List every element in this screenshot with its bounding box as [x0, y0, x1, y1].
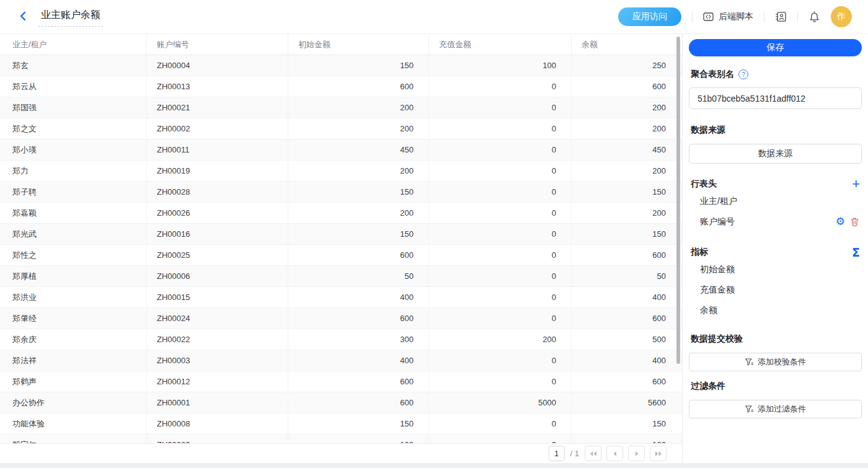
table-cell: ZH00028 [147, 182, 288, 202]
contacts-button[interactable] [775, 11, 787, 22]
table-row: 功能体验ZH000081500150 [0, 413, 682, 435]
table-cell: 450 [572, 139, 676, 160]
sigma-icon[interactable]: Σ [852, 247, 860, 258]
add-filter-button[interactable]: 添加过滤条件 [689, 400, 862, 418]
table-cell: 150 [288, 55, 429, 76]
prev-page-button[interactable] [606, 446, 623, 461]
column-header: 初始金额 [288, 34, 429, 55]
table-cell: 0 [429, 371, 572, 392]
table-cell: 郑之文 [0, 118, 147, 139]
first-page-button[interactable] [585, 446, 601, 461]
table-cell: 郑鹤声 [0, 371, 147, 392]
table-body: 郑玄ZH00004150100250郑云从ZH000136000600郑国强ZH… [0, 55, 682, 456]
table-cell: 0 [429, 76, 572, 97]
table-cell: ZH00015 [147, 287, 288, 307]
current-page-box[interactable]: 1 [549, 446, 565, 461]
help-icon[interactable]: ? [738, 69, 748, 79]
table-cell: ZH00001 [147, 392, 288, 413]
table-cell: 200 [572, 118, 676, 139]
chevron-left-small-icon [612, 451, 618, 457]
table-cell: 0 [429, 224, 572, 244]
table-cell: 400 [288, 350, 429, 371]
table-cell: 100 [429, 55, 572, 76]
alias-label: 聚合表别名 [691, 69, 734, 80]
backend-script-button[interactable]: 后端脚本 [703, 11, 753, 22]
add-row-header-icon[interactable]: + [852, 179, 860, 190]
table-cell: 郑子聘 [0, 182, 147, 202]
double-chevron-left-icon [590, 451, 597, 457]
back-button[interactable] [17, 11, 29, 22]
table-cell: 0 [429, 182, 572, 202]
double-chevron-right-icon [655, 451, 662, 457]
alias-input[interactable] [689, 87, 862, 109]
next-page-button[interactable] [628, 446, 645, 461]
row-header-item[interactable]: 账户编号 ⚙ [691, 211, 860, 232]
table-cell: 0 [429, 139, 572, 160]
add-validation-label: 添加校验条件 [758, 356, 806, 368]
table-cell: ZH00019 [147, 161, 288, 181]
bell-icon [808, 11, 820, 23]
table-cell: 200 [288, 161, 429, 181]
table-cell: 功能体验 [0, 413, 147, 434]
table-cell: 600 [288, 76, 429, 97]
table-cell: 200 [288, 203, 429, 223]
metric-item[interactable]: 余额 [691, 300, 860, 320]
table-cell: ZH00026 [147, 203, 288, 223]
table-cell: 0 [429, 287, 572, 307]
chevron-left-icon [17, 11, 29, 22]
table-cell: 郑光武 [0, 224, 147, 244]
table-cell: 0 [429, 245, 572, 265]
table-cell: 200 [429, 329, 572, 350]
vertical-scrollbar[interactable] [676, 37, 680, 364]
table-cell: ZH00003 [147, 350, 288, 371]
table-cell: 300 [288, 329, 429, 350]
table-cell: 郑玄 [0, 55, 147, 76]
settings-gear-icon[interactable]: ⚙ [836, 217, 845, 227]
table-cell: 郑余庆 [0, 329, 147, 350]
table-row: 郑性之ZH000256000600 [0, 245, 682, 266]
datasource-button[interactable]: 数据来源 [689, 144, 862, 164]
save-button[interactable]: 保存 [689, 39, 862, 56]
trash-icon[interactable] [850, 217, 859, 227]
table-row: 郑鹤声ZH000126000600 [0, 371, 682, 392]
metric-item[interactable]: 初始金额 [691, 259, 860, 280]
metrics-label: 指标 [691, 247, 708, 258]
table-cell: 150 [572, 182, 676, 202]
metric-item[interactable]: 充值金额 [691, 280, 860, 300]
table-row: 办公协作ZH0000160050005600 [0, 392, 682, 413]
column-header: 账户编号 [147, 34, 288, 55]
row-header-item-label: 账户编号 [700, 216, 735, 227]
table-cell: 0 [429, 97, 572, 118]
app-access-button[interactable]: 应用访问 [618, 7, 681, 26]
table-cell: 450 [288, 139, 429, 160]
table-cell: 200 [288, 97, 429, 118]
chevron-right-small-icon [634, 451, 640, 457]
last-page-button[interactable] [650, 446, 666, 461]
metric-item-label: 充值金额 [700, 285, 735, 296]
table-cell: 郑小瑛 [0, 139, 147, 160]
add-validation-button[interactable]: 添加校验条件 [689, 353, 862, 371]
table-cell: 0 [429, 308, 572, 329]
row-header-item-label: 业主/租户 [700, 196, 737, 207]
page-title[interactable]: 业主账户余额 [38, 7, 103, 27]
table-cell: 400 [572, 287, 676, 307]
table-cell: 600 [572, 245, 676, 265]
table-cell: 150 [288, 182, 429, 202]
filter-label: 过滤条件 [691, 381, 860, 392]
notifications-button[interactable] [808, 11, 820, 23]
table-row: 郑光武ZH000161500150 [0, 224, 682, 245]
table-cell: 150 [572, 224, 676, 244]
code-icon [703, 12, 714, 22]
table-area: 业主/租户 账户编号 初始金额 充值金额 余额 郑玄ZH000041501002… [0, 34, 682, 463]
table-cell: 50 [288, 266, 429, 286]
table-cell: 400 [288, 287, 429, 307]
table-cell: 0 [429, 350, 572, 371]
metric-item-label: 初始金额 [700, 264, 735, 275]
avatar[interactable]: 作 [831, 6, 852, 27]
page-total-label: / 1 [570, 449, 579, 458]
table-cell: 5600 [572, 392, 676, 413]
row-header-item[interactable]: 业主/租户 [691, 191, 860, 211]
table-cell: 郑云从 [0, 76, 147, 97]
column-header: 充值金额 [429, 34, 572, 55]
table-row: 郑肇经ZH000246000600 [0, 308, 682, 329]
